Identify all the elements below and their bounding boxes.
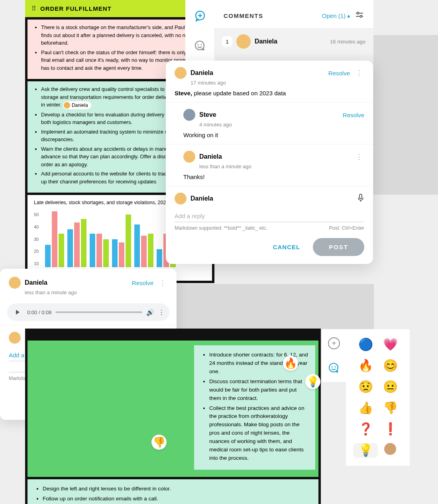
author-name: Daniela <box>25 279 47 286</box>
play-icon[interactable] <box>12 307 23 318</box>
comment-reply: Daniela ⋮ less than a minute ago Thanks! <box>166 144 373 186</box>
timestamp: less than a minute ago <box>199 163 364 169</box>
add-comment-icon[interactable]: + <box>328 337 340 349</box>
more-icon[interactable]: ⋮ <box>354 152 364 161</box>
list-item: Discuss contract termination terms that … <box>209 378 308 403</box>
resolve-button[interactable]: Resolve <box>328 70 350 77</box>
volume-icon[interactable]: 🔊 <box>146 309 154 316</box>
author-name: Daniela <box>255 38 326 45</box>
reaction-neutral[interactable]: 😐 <box>378 380 403 394</box>
bar <box>96 234 102 267</box>
list-item: Collect the best practices and advice on… <box>209 404 308 463</box>
thread-summary[interactable]: 1 Daniela 16 minutes ago <box>214 28 373 55</box>
bar <box>74 222 80 267</box>
svg-point-5 <box>360 16 362 18</box>
bar <box>119 242 124 267</box>
timestamp: 4 minutes ago <box>199 122 364 128</box>
comments-panel: COMMENTS Open (1) ▴ 1 Daniela 16 minutes… <box>214 0 373 55</box>
svg-point-3 <box>200 44 202 45</box>
reaction-question[interactable]: ❓ <box>353 422 378 436</box>
svg-point-2 <box>197 44 198 45</box>
more-icon[interactable]: ⋮ <box>354 69 364 77</box>
bar <box>67 229 73 267</box>
lower-document: Introduce shorter contracts: for 6, 12, … <box>25 329 321 504</box>
drag-handle-icon[interactable]: ⠿ <box>31 5 36 12</box>
avatar <box>183 151 195 163</box>
bar-group <box>112 215 131 267</box>
timestamp: less than a minute ago <box>25 289 168 295</box>
bar <box>81 219 86 267</box>
bar <box>141 236 147 267</box>
reaction-blue-dot[interactable]: 🔵 <box>353 337 378 351</box>
reply-user: Daniela <box>191 195 213 202</box>
cancel-button[interactable]: CANCEL <box>266 238 308 256</box>
reaction-exclaim[interactable]: ❗ <box>378 422 403 436</box>
reaction-fire[interactable]: 🔥 <box>353 358 378 372</box>
reaction-thumbs-up[interactable]: 👍 <box>353 401 378 415</box>
chevron-up-icon: ▴ <box>347 12 350 19</box>
avatar <box>236 34 251 49</box>
thread-count: 1 <box>222 36 232 47</box>
thread-card: Daniela Resolve ⋮ 17 minutes ago Steve, … <box>166 61 373 264</box>
avatar <box>183 109 195 121</box>
teal-card-2: Design the left and right lenses to be d… <box>27 479 318 504</box>
author-name: Steve <box>199 111 216 118</box>
audio-time: 0:00 / 0:08 <box>27 309 51 315</box>
reaction-heart[interactable]: 💗 <box>378 337 403 351</box>
bar <box>103 239 109 267</box>
add-reaction-icon[interactable] <box>328 362 340 374</box>
more-icon[interactable]: ⋮ <box>158 309 165 316</box>
bar-group <box>45 211 64 267</box>
svg-point-9 <box>331 366 332 367</box>
reaction-thumbs-down[interactable]: 👎 <box>378 401 403 415</box>
bulb-reaction-sticker[interactable]: 💡 <box>305 374 320 389</box>
bar <box>90 234 95 267</box>
bar <box>134 224 140 267</box>
bar <box>126 215 131 267</box>
reply-input[interactable] <box>175 210 364 222</box>
post-button[interactable]: POST <box>313 238 364 256</box>
audio-player[interactable]: 0:00 / 0:08 🔊 ⋮ <box>7 303 169 321</box>
reaction-smile[interactable]: 😊 <box>378 358 403 372</box>
resolve-button[interactable]: Resolve <box>343 112 364 118</box>
thumbs-down-reaction-sticker[interactable]: 👎 <box>151 435 167 450</box>
reaction-avatar[interactable] <box>378 443 403 458</box>
side-grey-area <box>373 35 438 195</box>
avatar <box>9 277 21 289</box>
avatar <box>175 193 187 205</box>
bar-group <box>67 219 86 267</box>
comment-body: Thanks! <box>183 173 364 180</box>
svg-point-8 <box>329 363 338 372</box>
y-axis: 50 40 30 20 10 <box>34 211 39 267</box>
resolve-button[interactable]: Resolve <box>132 280 153 286</box>
bar <box>112 239 118 267</box>
reaction-bulb[interactable]: 💡 <box>353 443 378 458</box>
audio-track[interactable] <box>55 311 142 313</box>
bar-group <box>90 234 109 267</box>
reaction-worried[interactable]: 😟 <box>353 380 378 394</box>
list-item: Follow up on order notification emails w… <box>43 495 311 503</box>
more-icon[interactable]: ⋮ <box>157 278 168 287</box>
fire-reaction-sticker[interactable]: 🔥 <box>283 356 298 371</box>
avatar <box>175 67 187 79</box>
avatar <box>64 102 70 108</box>
bar <box>52 211 57 267</box>
svg-point-4 <box>357 12 359 14</box>
bar <box>59 234 64 267</box>
mention-chip[interactable]: Daniela <box>63 101 91 109</box>
comment-reply: Steve Resolve 4 minutes ago Working on i… <box>166 102 373 144</box>
microphone-icon[interactable] <box>357 193 364 204</box>
add-comment-icon[interactable] <box>193 10 207 23</box>
comment-body: Steve, please update based on 2023 data <box>175 90 364 96</box>
add-reaction-icon[interactable] <box>193 39 207 53</box>
comment: Daniela Resolve ⋮ 17 minutes ago Steve, … <box>166 61 373 102</box>
reply-box: Daniela Markdown supported: **bold** _it… <box>166 186 373 264</box>
filter-open[interactable]: Open (1) ▴ <box>322 12 350 19</box>
bar <box>45 245 51 267</box>
reaction-picker: 🔵 💗 🔥 😊 😟 😐 👍 👎 ❓ ❗ 💡 <box>346 329 410 466</box>
post-hint: Post: Ctrl+Enter <box>329 225 364 231</box>
author-name: Daniela <box>199 153 222 160</box>
author-name: Daniela <box>191 69 213 77</box>
settings-sliders-icon[interactable] <box>355 10 364 21</box>
svg-point-1 <box>195 41 204 50</box>
